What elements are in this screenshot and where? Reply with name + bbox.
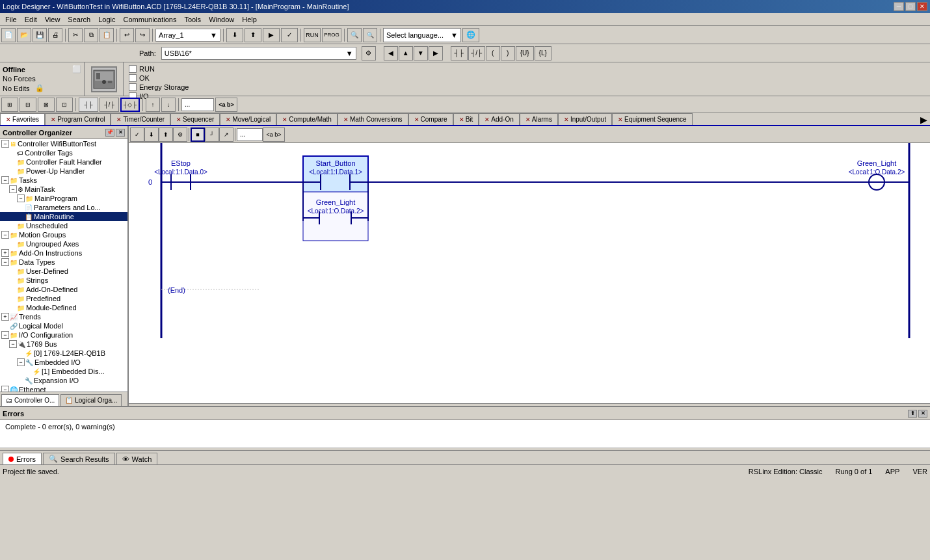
tree-item-mainroutine[interactable]: 📋 MainRoutine: [0, 212, 127, 221]
toggle-motion[interactable]: −: [1, 231, 9, 239]
tree-item-mainprogram[interactable]: − 📁 MainProgram: [0, 194, 127, 203]
tree-item-addondef[interactable]: 📁 Add-On-Defined: [0, 285, 127, 294]
tree-item-predefined[interactable]: 📁 Predefined: [0, 294, 127, 303]
tree-item-controller[interactable]: − 🖥 Controller WifiButtonTest: [0, 139, 127, 148]
left-panel-pin[interactable]: 📌: [105, 129, 114, 137]
nav-right-button[interactable]: ▶: [429, 46, 443, 60]
menu-help[interactable]: Help: [238, 13, 261, 25]
toggle-embedded[interactable]: −: [17, 358, 25, 366]
error-panel-close[interactable]: ✕: [918, 410, 927, 418]
tree-item-datatypes[interactable]: − 📁 Data Types: [0, 258, 127, 267]
rung-mode-btn[interactable]: ■: [191, 127, 205, 142]
paren-l-btn[interactable]: {L}: [535, 46, 551, 60]
zoom-out-button[interactable]: 🔍: [363, 28, 377, 42]
tab-errors[interactable]: Errors: [3, 453, 42, 464]
tab-math-conversions[interactable]: ✕Math Conversions: [338, 113, 408, 125]
tab-equipment-sequence[interactable]: ✕Equipment Sequence: [612, 113, 693, 125]
toggle-tasks[interactable]: −: [1, 176, 9, 184]
diagram-area[interactable]: EStop <Local:1:I.Data.0> Start_Button <L…: [129, 143, 930, 406]
paste-button[interactable]: 📋: [100, 28, 114, 42]
tree-item-ioconfig[interactable]: − 📁 I/O Configuration: [0, 330, 127, 340]
tree-item-expansion-io[interactable]: 🔧 Expansion I/O: [0, 376, 127, 385]
menu-communications[interactable]: Communications: [120, 13, 181, 25]
tree-item-unscheduled[interactable]: 📁 Unscheduled: [0, 221, 127, 230]
tab-add-on[interactable]: ✕Add-On: [479, 113, 519, 125]
array-dropdown[interactable]: Array_1 ▼: [155, 29, 220, 42]
diag-ab-btn[interactable]: <a b>: [263, 127, 285, 142]
verify-button[interactable]: ✓: [281, 28, 298, 42]
inst-btn-4[interactable]: ⊡: [56, 98, 73, 112]
tree-item-logicalmodel[interactable]: 🔗 Logical Model: [0, 321, 127, 330]
tree-item-addon-instr[interactable]: + 📁 Add-On Instructions: [0, 248, 127, 258]
download-button[interactable]: ⬇: [226, 28, 243, 42]
toggle-ethernet[interactable]: −: [1, 386, 9, 392]
toggle-io[interactable]: −: [1, 331, 9, 339]
copy-button[interactable]: ⧉: [84, 28, 98, 42]
diag-dropdown[interactable]: ...: [237, 128, 263, 141]
menu-search[interactable]: Search: [64, 13, 94, 25]
properties-rung-btn[interactable]: ⚙: [173, 127, 187, 142]
inst-btn-3[interactable]: ⊠: [38, 98, 55, 112]
tab-move-logical[interactable]: ✕Move/Logical: [220, 113, 276, 125]
tab-input-output[interactable]: ✕Input/Output: [558, 113, 612, 125]
tab-sequencer[interactable]: ✕Sequencer: [170, 113, 220, 125]
inst-tabs-scroll[interactable]: ▶: [920, 114, 930, 125]
tree-item-params[interactable]: 📄 Parameters and Lo...: [0, 203, 127, 212]
inst-dropdown[interactable]: ...: [181, 98, 214, 111]
prog-mode-btn[interactable]: PROG: [322, 28, 341, 42]
inst-btn-7[interactable]: ┤◇├: [120, 98, 140, 112]
undo-button[interactable]: ↩: [120, 28, 134, 42]
tree-item-ungrouped[interactable]: 📁 Ungrouped Axes: [0, 239, 127, 248]
tree-item-1769module[interactable]: ⚡ [0] 1769-L24ER-QB1B: [0, 349, 127, 358]
toggle-bus[interactable]: −: [9, 340, 17, 348]
inst-btn-rung-dn[interactable]: ↓: [161, 98, 176, 112]
menu-edit[interactable]: Edit: [21, 13, 41, 25]
minimize-button[interactable]: ─: [894, 2, 904, 11]
inst-btn-rung-up[interactable]: ↑: [146, 98, 160, 112]
tree-item-moduledef[interactable]: 📁 Module-Defined: [0, 303, 127, 312]
menu-tools[interactable]: Tools: [180, 13, 205, 25]
left-panel-close[interactable]: ✕: [116, 129, 125, 137]
tab-compute-math[interactable]: ✕Compute/Math: [276, 113, 338, 125]
tab-logical-organizer[interactable]: 📋 Logical Orga...: [60, 394, 122, 406]
language-dropdown[interactable]: Select language... ▼: [383, 28, 461, 42]
inst-btn-1[interactable]: ⊞: [1, 98, 18, 112]
upload-button[interactable]: ⬆: [245, 28, 261, 42]
path-config-button[interactable]: ⚙: [362, 46, 376, 60]
tree-item-1769bus[interactable]: − 🔌 1769 Bus: [0, 340, 127, 349]
tree-item-maintask[interactable]: − ⚙ MainTask: [0, 185, 127, 194]
run-mode-btn[interactable]: RUN: [304, 28, 321, 42]
upload-rung-btn[interactable]: ⬆: [159, 127, 173, 142]
verify-rung-btn[interactable]: ✓: [130, 127, 144, 142]
cut-button[interactable]: ✂: [68, 28, 83, 42]
paren-open-btn[interactable]: (: [486, 46, 500, 60]
globe-button[interactable]: 🌐: [462, 28, 479, 42]
toggle-trends[interactable]: +: [1, 313, 9, 321]
download-rung-btn[interactable]: ⬇: [144, 127, 159, 142]
inst-btn-5[interactable]: ┤├: [79, 98, 98, 112]
contact-no-btn[interactable]: ┤├: [451, 46, 468, 60]
go-online-button[interactable]: ▶: [263, 28, 280, 42]
menu-logic[interactable]: Logic: [94, 13, 119, 25]
nav-left-button[interactable]: ◀: [384, 46, 398, 60]
tab-favorites[interactable]: ✕Favorites: [0, 113, 45, 125]
tab-alarms[interactable]: ✕Alarms: [520, 113, 558, 125]
nav-down-button[interactable]: ▼: [414, 46, 428, 60]
paren-u-btn[interactable]: {U}: [516, 46, 534, 60]
toggle-addon[interactable]: +: [1, 249, 9, 257]
tree-item-ethernet[interactable]: − 🌐 Ethernet: [0, 385, 127, 392]
inst-btn-ab[interactable]: <a b>: [215, 98, 237, 112]
toggle-maintask[interactable]: −: [9, 185, 17, 193]
redo-button[interactable]: ↪: [135, 28, 150, 42]
inst-btn-2[interactable]: ⊟: [20, 98, 36, 112]
open-button[interactable]: 📂: [17, 28, 31, 42]
toggle-mainprogram[interactable]: −: [17, 194, 25, 202]
maximize-button[interactable]: □: [905, 2, 916, 11]
tab-search-results[interactable]: 🔍 Search Results: [43, 453, 115, 464]
branch-btn[interactable]: ┘: [205, 127, 219, 142]
close-button[interactable]: ✕: [917, 2, 927, 11]
tree-item-controller-tags[interactable]: 🏷 Controller Tags: [0, 148, 127, 157]
error-panel-float[interactable]: ⬆: [908, 410, 917, 418]
tree-item-motiongroups[interactable]: − 📁 Motion Groups: [0, 230, 127, 239]
tree-item-fault-handler[interactable]: 📁 Controller Fault Handler: [0, 157, 127, 167]
